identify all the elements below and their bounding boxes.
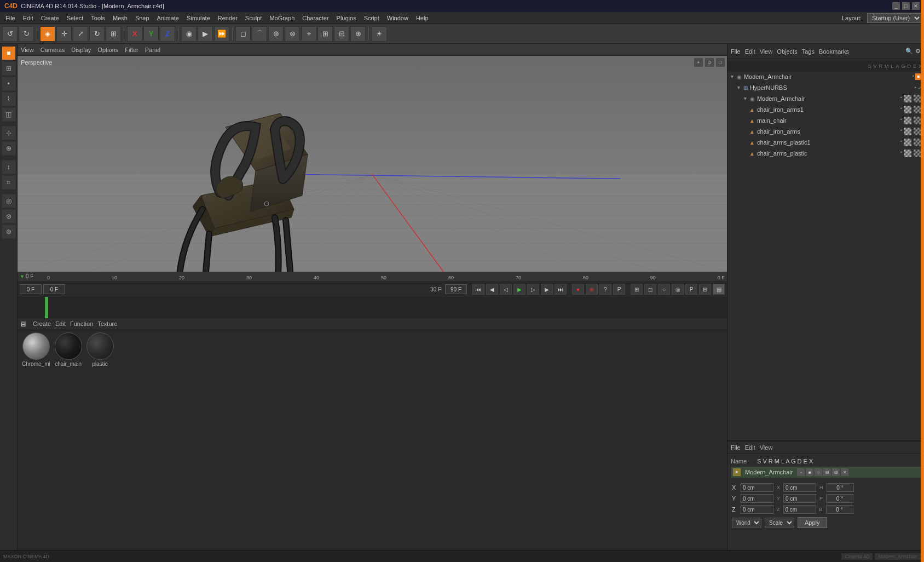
spline-tool[interactable]: ⌒ [252,26,267,42]
viewport-panel-menu[interactable]: Panel [145,47,160,53]
cube-tool[interactable]: ◻ [235,26,251,42]
menu-edit[interactable]: Edit [20,14,37,22]
array-tool[interactable]: ⊞ [317,26,333,42]
tree-item-modern-armchair-root[interactable]: ▼ ◉ Modern_Armchair • ■ [727,71,924,82]
maximize-button[interactable]: □ [902,2,910,10]
play-button[interactable]: ▶ [513,284,525,295]
prev-frame-button[interactable]: ◀ [486,284,498,295]
poly-mode-button[interactable]: ◫ [2,107,16,122]
taskbar-2[interactable]: Modern_Armchair [875,553,921,560]
coord-x-rot-input[interactable] [783,483,816,492]
timeline-marks[interactable]: 0 10 20 30 40 50 60 70 80 90 0 F [45,272,727,282]
motion-button[interactable]: P [613,284,625,295]
select-button[interactable]: ◈ [40,26,55,42]
tl-btn-2[interactable]: ◻ [644,284,656,295]
render-ir-button[interactable]: ⏩ [214,26,229,42]
coord-p-input[interactable] [826,494,853,503]
viewport-filter-menu[interactable]: Filter [125,47,138,53]
tl-btn-1[interactable]: ⊞ [631,284,643,295]
tl-btn-6[interactable]: ⊟ [699,284,711,295]
model-mode-button[interactable]: ■ [2,46,16,60]
tree-item-modern-armchair[interactable]: ▼ ◉ Modern_Armchair • [727,93,924,104]
camera-tool[interactable]: ⌖ [301,26,316,42]
edge-mode-button[interactable]: ⌇ [2,92,16,106]
coord-y-rot-input[interactable] [783,494,816,503]
next-frame-button[interactable]: ▶ [541,284,553,295]
move-button[interactable]: ✛ [56,26,72,42]
point-mode-button[interactable]: • [2,77,16,91]
obj-extra-icon[interactable]: ⊞ [832,468,840,476]
obj-motion-icon[interactable]: ⊟ [823,468,831,476]
paint-button[interactable]: ◎ [2,194,16,208]
properties-file-menu[interactable]: File [731,444,741,451]
frame-sub-input[interactable] [43,284,65,294]
properties-view-menu[interactable]: View [760,444,773,451]
snap-mode-button[interactable]: ⊹ [2,126,16,140]
objects-file-menu[interactable]: File [731,48,741,55]
coord-world-select[interactable]: World Local [732,518,761,527]
menu-render[interactable]: Render [215,14,241,22]
taskbar-1[interactable]: Cinema 4D [841,553,873,560]
tl-btn-4[interactable]: ◎ [672,284,684,295]
window-controls[interactable]: _ □ ✕ [892,2,920,10]
obj-lock-icon[interactable]: ■ [806,468,813,476]
menu-select[interactable]: Select [63,14,87,22]
next-key-button[interactable]: ▷ [527,284,539,295]
menu-animate[interactable]: Animate [154,14,182,22]
scale-button[interactable]: ⤢ [73,26,88,42]
move-tool-left[interactable]: ↕ [2,160,16,174]
materials-function-menu[interactable]: Function [70,320,93,327]
menu-tools[interactable]: Tools [88,14,108,22]
properties-edit-menu[interactable]: Edit [745,444,755,451]
deform-tool[interactable]: ⊗ [285,26,300,42]
z-axis-button[interactable]: Z [160,26,175,42]
panel-settings-icon[interactable]: ⚙ [915,48,921,55]
tree-expand-nurbs[interactable]: ▼ [736,85,741,90]
menu-mograph[interactable]: MoGraph [266,14,298,22]
viewport-options-menu[interactable]: Options [97,47,118,53]
menu-file[interactable]: File [2,14,19,22]
coord-h-input[interactable] [827,483,854,492]
tree-expand-root[interactable]: ▼ [730,74,735,79]
menu-simulate[interactable]: Simulate [183,14,213,22]
obj-render-icon[interactable]: ○ [815,468,822,476]
last-frame-button[interactable]: ⏭ [555,284,567,295]
material-plastic[interactable]: plastic [86,332,114,367]
axis-button[interactable]: ⊕ [2,141,16,156]
obj-selected-row[interactable]: ■ Modern_Armchair • ■ ○ ⊟ ⊞ ✕ [731,467,921,478]
tl-btn-3[interactable]: ○ [658,284,670,295]
material-chrome[interactable]: Chrome_mi [22,332,50,367]
close-button[interactable]: ✕ [912,2,920,10]
material-chair-main[interactable]: chair_main [55,332,82,367]
viewport-cameras-menu[interactable]: Cameras [41,47,65,53]
materials-edit-menu[interactable]: Edit [55,320,66,327]
y-axis-button[interactable]: Y [143,26,159,42]
tl-btn-7[interactable]: ▤ [713,284,725,295]
menu-snap[interactable]: Snap [132,14,153,22]
key-button[interactable]: ? [599,284,611,295]
timeline-tracks[interactable] [18,297,727,318]
undo-button[interactable]: ↺ [2,26,18,42]
tree-expand-arm[interactable]: ▼ [743,96,748,101]
rotate-button[interactable]: ↻ [89,26,105,42]
tree-item-main-chair[interactable]: ▲ main_chair • [727,115,924,126]
x-axis-button[interactable]: X [127,26,142,42]
menu-character[interactable]: Character [299,14,332,22]
render-region-button[interactable]: ▶ [198,26,213,42]
auto-key-button[interactable]: ⊕ [586,284,598,295]
knife-tool[interactable]: ⌗ [2,175,16,190]
menu-help[interactable]: Help [413,14,432,22]
menu-window[interactable]: Window [384,14,412,22]
sym-tool[interactable]: ⊟ [334,26,349,42]
nurbs-tool[interactable]: ⊛ [268,26,284,42]
materials-create-menu[interactable]: Create [33,320,51,327]
first-frame-button[interactable]: ⏮ [472,284,484,295]
tree-item-chair-arms-plastic1[interactable]: ▲ chair_arms_plastic1 • [727,137,924,148]
viewport-canvas[interactable]: Z Y X [18,56,727,272]
minimize-button[interactable]: _ [892,2,900,10]
texture-mode-button[interactable]: ⊞ [2,61,16,76]
apply-button[interactable]: Apply [798,517,827,528]
materials-texture-menu[interactable]: Texture [97,320,117,327]
tree-item-chair-iron-arms1[interactable]: ▲ chair_iron_arms1 • [727,104,924,115]
panel-search-icon[interactable]: 🔍 [905,48,913,55]
